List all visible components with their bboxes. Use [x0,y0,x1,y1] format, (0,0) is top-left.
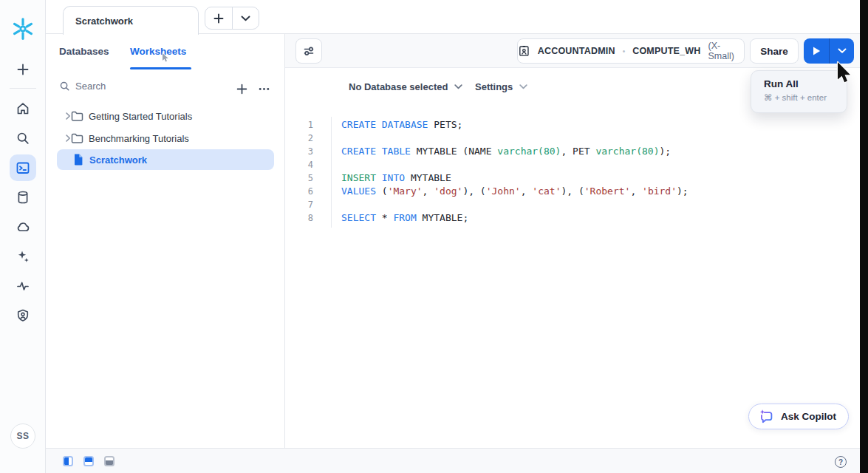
terminal-icon [16,160,30,175]
chevron-down-icon [241,16,250,21]
sidebar-item-data[interactable] [10,184,36,211]
database-selector[interactable]: No Database selected [349,81,462,92]
ask-copilot-label: Ask Copilot [781,411,836,422]
worksheet-options-button[interactable] [295,38,322,64]
sidebar-divider [10,88,36,89]
newtab-group [205,7,259,30]
code-line[interactable]: 1CREATE DATABASE PETS; [285,118,860,132]
line-number: 6 [285,185,322,198]
tree-item-label: Scratchwork [89,154,147,166]
code-line[interactable]: 2 [285,132,860,145]
chevron-down-icon [519,84,527,89]
snowsight-app: SS Scratchwork Databases Worksheets Sear… [0,0,868,473]
code-line[interactable]: 3CREATE TABLE MYTABLE (NAME varchar(80),… [285,145,860,158]
worksheet-tabbar: Scratchwork [46,0,860,34]
code-line[interactable]: 4 [285,158,860,171]
sidebar-item-activity[interactable] [10,273,36,299]
help-button[interactable]: ? [835,456,847,468]
warehouse-size: (X-Small) [708,41,745,61]
database-icon [16,190,30,205]
shield-user-icon [16,308,30,323]
tree-folder-getting-started[interactable]: Getting Started Tutorials [46,105,285,127]
sidebar-item-worksheets[interactable] [10,154,36,181]
tree-item-label: Benchmarking Tutorials [89,133,189,144]
panel-tab-databases[interactable]: Databases [59,46,109,57]
settings-menu[interactable]: Settings [475,81,527,92]
panel-search-row: Search [46,78,285,99]
share-button[interactable]: Share [750,38,799,64]
help-glyph: ? [838,458,843,466]
sidebar-item-search[interactable] [10,125,36,152]
mouse-cursor [835,61,857,86]
role-badge-icon [518,44,530,58]
code-lines: 1CREATE DATABASE PETS;23CREATE TABLE MYT… [285,118,860,225]
tab-list-button[interactable] [232,7,259,29]
home-icon [16,101,30,116]
worksheet-tree: Getting Started Tutorials Benchmarking T… [46,105,285,170]
code-line[interactable]: 8SELECT * FROM MYTABLE; [285,211,860,225]
user-avatar[interactable]: SS [10,423,35,449]
toggle-editor-panel-button[interactable] [83,456,94,466]
statusbar: ? [46,448,860,473]
warehouse-name: COMPUTE_WH [632,46,700,56]
ellipsis-icon [258,83,270,95]
sidebar-item-ai-ml[interactable] [10,243,36,270]
run-options-button[interactable] [829,38,854,64]
add-worksheet-button[interactable] [233,80,250,98]
sidebar-item-home[interactable] [10,95,36,122]
folder-icon [70,109,83,123]
line-number: 8 [285,211,322,225]
worksheet-main: ACCOUNTADMIN • COMPUTE_WH (X-Small) Shar… [285,34,860,448]
line-number: 3 [285,145,322,158]
line-code: CREATE DATABASE PETS; [341,118,462,132]
run-button[interactable] [804,38,829,64]
sql-editor[interactable]: 1CREATE DATABASE PETS;23CREATE TABLE MYT… [285,118,860,225]
sidebar-new-button[interactable] [10,56,36,83]
active-tab-underline [130,67,191,69]
tree-item-label: Getting Started Tutorials [89,111,192,122]
snowflake-logo-icon [10,16,35,41]
plus-icon [16,62,30,77]
code-line[interactable]: 6VALUES ('Mary', 'dog'), ('John', 'cat')… [285,185,860,198]
line-code: SELECT * FROM MYTABLE; [341,211,468,225]
search-input[interactable]: Search [59,81,106,92]
run-all-shortcut: ⌘ + shift + enter [764,92,847,103]
more-options-button[interactable] [255,80,273,98]
line-number: 5 [285,171,322,185]
database-selector-label: No Database selected [349,81,448,92]
code-line[interactable]: 7 [285,198,860,211]
plus-icon [213,13,225,24]
sparkles-icon [16,249,30,264]
new-tab-button[interactable] [205,7,232,29]
chevron-down-icon [838,48,847,54]
tab-scratchwork[interactable]: Scratchwork [63,6,199,35]
context-selector[interactable]: ACCOUNTADMIN • COMPUTE_WH (X-Small) [517,38,745,64]
sliders-icon [301,44,316,58]
panel-tab-worksheets[interactable]: Worksheets [130,46,186,57]
code-line[interactable]: 5INSERT INTO MYTABLE [285,171,860,185]
app-sidebar: SS [0,0,46,473]
worksheet-toolbar: ACCOUNTADMIN • COMPUTE_WH (X-Small) Shar… [285,34,860,68]
toggle-results-panel-button[interactable] [104,456,115,466]
tree-folder-benchmarking[interactable]: Benchmarking Tutorials [46,127,285,149]
cloud-icon [16,220,30,234]
ask-copilot-button[interactable]: Ask Copilot [748,404,849,429]
sidebar-item-marketplace[interactable] [10,214,36,240]
copilot-icon [759,409,774,424]
small-hand-cursor [160,52,171,64]
role-name: ACCOUNTADMIN [538,46,615,56]
line-code: CREATE TABLE MYTABLE (NAME varchar(80), … [341,145,671,158]
plus-icon [236,83,248,95]
layout-toggles [63,456,115,466]
run-all-menu[interactable]: Run All ⌘ + shift + enter [751,70,847,113]
worksheets-panel: Databases Worksheets Search Getting Star… [46,34,285,448]
line-code: VALUES ('Mary', 'dog'), ('John', 'cat'),… [341,185,688,198]
line-number: 2 [285,132,322,145]
file-icon [72,153,84,166]
toggle-left-panel-button[interactable] [63,456,73,466]
line-code: INSERT INTO MYTABLE [341,171,451,185]
tree-item-scratchwork-selected[interactable]: Scratchwork [57,149,274,170]
sidebar-item-admin[interactable] [10,302,36,329]
run-split-button [804,38,854,64]
search-icon [16,131,30,146]
